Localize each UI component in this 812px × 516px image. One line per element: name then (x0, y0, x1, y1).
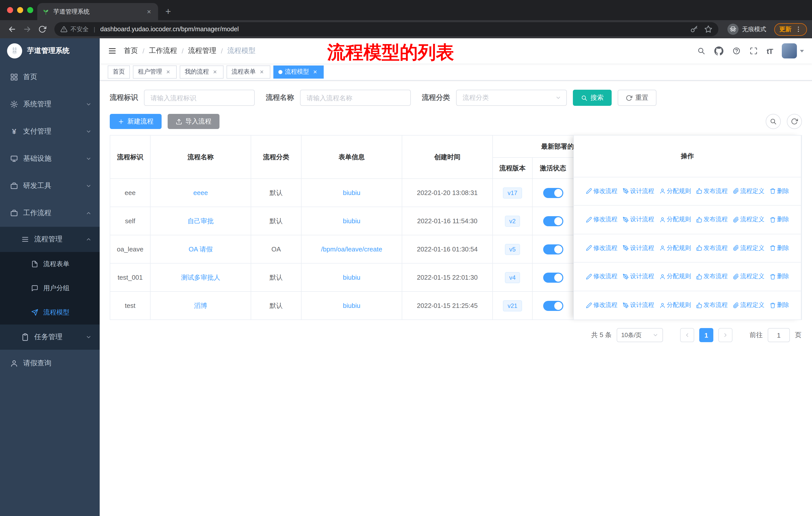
process-name-link[interactable]: 滔博 (194, 302, 207, 309)
sidebar-item-leave-query[interactable]: 请假查询 (0, 350, 100, 377)
active-toggle[interactable] (543, 188, 563, 198)
action-delete-link[interactable]: 删除 (770, 215, 789, 224)
active-toggle[interactable] (543, 244, 563, 254)
action-publish-link[interactable]: 发布流程 (696, 301, 728, 310)
form-info-link[interactable]: /bpm/oa/leave/create (321, 245, 382, 253)
sidebar-item-system[interactable]: 系统管理 (0, 91, 100, 118)
action-design-link[interactable]: 设计流程 (622, 187, 654, 195)
next-page-button[interactable] (718, 328, 732, 342)
active-toggle[interactable] (543, 301, 563, 311)
create-process-button[interactable]: 新建流程 (110, 114, 162, 129)
forward-button[interactable] (20, 22, 34, 36)
tag-close-icon[interactable]: × (211, 68, 219, 75)
github-icon[interactable] (714, 46, 723, 55)
tag-home[interactable]: 首页 (108, 65, 130, 78)
back-button[interactable] (5, 22, 19, 36)
sidebar-item-task-mgmt[interactable]: 任务管理 (0, 325, 100, 350)
active-toggle[interactable] (543, 216, 563, 226)
active-toggle[interactable] (543, 272, 563, 282)
action-assign-link[interactable]: 分配规则 (659, 187, 691, 195)
process-name-link[interactable]: OA 请假 (188, 245, 212, 253)
password-key-icon[interactable] (690, 25, 698, 33)
collapse-sidebar-button[interactable] (108, 46, 117, 55)
bookmark-star-icon[interactable] (704, 25, 712, 33)
new-tab-button[interactable]: + (161, 4, 175, 19)
search-icon[interactable] (697, 47, 705, 55)
action-assign-link[interactable]: 分配规则 (659, 301, 691, 310)
action-design-link[interactable]: 设计流程 (622, 272, 654, 281)
sidebar-item-infra[interactable]: 基础设施 (0, 145, 100, 172)
minimize-window-button[interactable] (17, 7, 23, 13)
action-design-link[interactable]: 设计流程 (622, 244, 654, 252)
form-info-link[interactable]: biubiu (343, 274, 360, 281)
process-name-input[interactable] (300, 90, 411, 106)
breadcrumb-process-mgmt[interactable]: 流程管理 (188, 46, 216, 55)
page-1-button[interactable]: 1 (699, 328, 713, 342)
menu-dots-icon[interactable] (795, 26, 802, 33)
search-button[interactable]: 搜索 (573, 90, 612, 106)
action-edit-link[interactable]: 修改流程 (586, 244, 617, 252)
tag-close-icon[interactable]: × (165, 68, 172, 75)
sidebar-item-process-model[interactable]: 流程模型 (0, 300, 100, 325)
page-size-select[interactable]: 10条/页 (617, 328, 663, 342)
maximize-window-button[interactable] (27, 7, 33, 13)
form-info-link[interactable]: biubiu (343, 217, 360, 225)
font-size-icon[interactable]: tT (767, 47, 773, 55)
tag-tenant[interactable]: 租户管理 × (133, 65, 177, 78)
category-select[interactable]: 流程分类 (456, 90, 567, 106)
action-delete-link[interactable]: 删除 (770, 301, 789, 310)
action-delete-link[interactable]: 删除 (770, 187, 789, 195)
tag-process-model[interactable]: 流程模型 × (273, 65, 324, 78)
toggle-search-button[interactable] (766, 114, 781, 129)
browser-tab[interactable]: 芋道管理系统 × (37, 3, 158, 20)
tag-close-icon[interactable]: × (312, 68, 319, 75)
breadcrumb-workflow[interactable]: 工作流程 (149, 46, 177, 55)
form-info-link[interactable]: biubiu (343, 302, 360, 309)
process-name-link[interactable]: 自己审批 (187, 217, 214, 224)
reset-button[interactable]: 重置 (618, 90, 657, 106)
action-publish-link[interactable]: 发布流程 (696, 272, 728, 281)
user-menu[interactable] (782, 43, 804, 58)
action-definition-link[interactable]: 流程定义 (733, 272, 764, 281)
process-key-input[interactable] (144, 90, 255, 106)
action-edit-link[interactable]: 修改流程 (586, 272, 617, 281)
reload-button[interactable] (35, 22, 49, 36)
action-design-link[interactable]: 设计流程 (622, 301, 654, 310)
process-name-link[interactable]: eeee (193, 189, 208, 196)
sidebar-item-home[interactable]: 首页 (0, 63, 100, 91)
tag-close-icon[interactable]: × (258, 68, 265, 75)
action-assign-link[interactable]: 分配规则 (659, 244, 691, 252)
sidebar-item-devtools[interactable]: 研发工具 (0, 172, 100, 199)
import-process-button[interactable]: 导入流程 (168, 114, 220, 129)
action-design-link[interactable]: 设计流程 (622, 215, 654, 224)
fullscreen-icon[interactable] (750, 47, 758, 55)
goto-page-input[interactable] (768, 328, 790, 342)
tag-my-process[interactable]: 我的流程 × (180, 65, 224, 78)
sidebar-item-process-mgmt[interactable]: 流程管理 (0, 227, 100, 252)
action-edit-link[interactable]: 修改流程 (586, 301, 617, 310)
action-definition-link[interactable]: 流程定义 (733, 215, 764, 224)
action-assign-link[interactable]: 分配规则 (659, 272, 691, 281)
action-definition-link[interactable]: 流程定义 (733, 187, 764, 195)
sidebar-item-user-group[interactable]: 用户分组 (0, 276, 100, 300)
action-edit-link[interactable]: 修改流程 (586, 215, 617, 224)
action-publish-link[interactable]: 发布流程 (696, 244, 728, 252)
action-definition-link[interactable]: 流程定义 (733, 301, 764, 310)
prev-page-button[interactable] (680, 328, 694, 342)
close-window-button[interactable] (7, 7, 13, 13)
form-info-link[interactable]: biubiu (343, 189, 360, 196)
breadcrumb-home[interactable]: 首页 (124, 46, 138, 55)
sidebar-item-payment[interactable]: ¥ 支付管理 (0, 118, 100, 145)
help-icon[interactable] (732, 47, 741, 55)
action-assign-link[interactable]: 分配规则 (659, 215, 691, 224)
address-bar[interactable]: 不安全 | dashboard.yudao.iocoder.cn/bpm/man… (54, 22, 718, 36)
tag-process-form[interactable]: 流程表单 × (227, 65, 270, 78)
sidebar-item-workflow[interactable]: 工作流程 (0, 199, 100, 227)
action-delete-link[interactable]: 删除 (770, 244, 789, 252)
action-delete-link[interactable]: 删除 (770, 272, 789, 281)
sidebar-item-process-form[interactable]: 流程表单 (0, 252, 100, 276)
action-publish-link[interactable]: 发布流程 (696, 187, 728, 195)
action-definition-link[interactable]: 流程定义 (733, 244, 764, 252)
browser-update-chip[interactable]: 更新 (774, 23, 807, 35)
action-edit-link[interactable]: 修改流程 (586, 187, 617, 195)
